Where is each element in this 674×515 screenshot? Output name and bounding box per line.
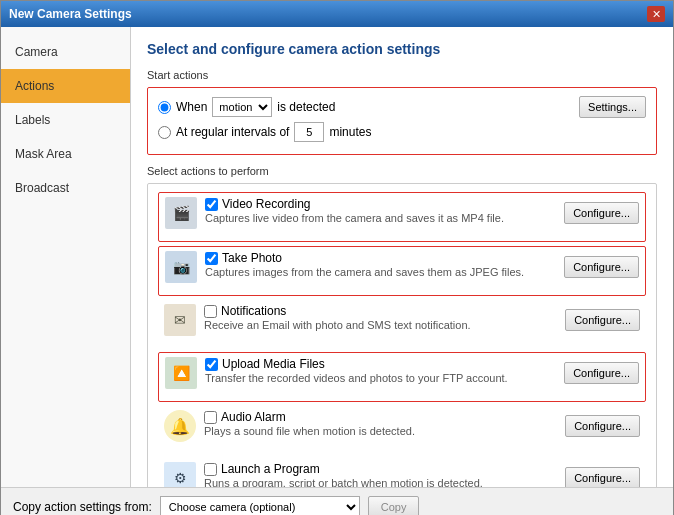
interval-radio-row: At regular intervals of minutes bbox=[158, 122, 646, 142]
notify-icon: ✉ bbox=[164, 304, 196, 336]
when-radio[interactable] bbox=[158, 101, 171, 114]
action-desc-upload: Transfer the recorded videos and photos … bbox=[205, 372, 556, 384]
action-desc-notify: Receive an Email with photo and SMS text… bbox=[204, 319, 557, 331]
main-window: New Camera Settings ✕ CameraActionsLabel… bbox=[0, 0, 674, 515]
close-button[interactable]: ✕ bbox=[647, 6, 665, 22]
configure-upload-button[interactable]: Configure... bbox=[564, 362, 639, 384]
action-desc-photo: Captures images from the camera and save… bbox=[205, 266, 556, 278]
when-radio-row: When motion is detected Settings... bbox=[158, 96, 646, 118]
launch-checkbox[interactable] bbox=[204, 463, 217, 476]
action-item-launch: ⚙ Launch a Program Runs a program, scrip… bbox=[164, 462, 640, 487]
sidebar-item-broadcast[interactable]: Broadcast bbox=[1, 171, 130, 205]
photo-checkbox[interactable] bbox=[205, 252, 218, 265]
copy-button[interactable]: Copy bbox=[368, 496, 420, 515]
action-title-alarm: Audio Alarm bbox=[204, 410, 557, 424]
notify-checkbox[interactable] bbox=[204, 305, 217, 318]
is-detected-label: is detected bbox=[277, 100, 335, 114]
copy-label: Copy action settings from: bbox=[13, 500, 152, 514]
alarm-icon: 🔔 bbox=[164, 410, 196, 442]
action-title-launch: Launch a Program bbox=[204, 462, 557, 476]
start-actions-box: When motion is detected Settings... At r… bbox=[147, 87, 657, 155]
upload-icon: 🔼 bbox=[165, 357, 197, 389]
configure-launch-button[interactable]: Configure... bbox=[565, 467, 640, 487]
configure-photo-button[interactable]: Configure... bbox=[564, 256, 639, 278]
title-bar: New Camera Settings ✕ bbox=[1, 1, 673, 27]
configure-notify-button[interactable]: Configure... bbox=[565, 309, 640, 331]
action-title-photo: Take Photo bbox=[205, 251, 556, 265]
motion-select[interactable]: motion bbox=[212, 97, 272, 117]
actions-box: 🎬 Video Recording Captures live video fr… bbox=[147, 183, 657, 487]
audio-alarm-item: 🔔 Audio Alarm Plays a sound file when mo… bbox=[158, 406, 646, 454]
at-regular-label: At regular intervals of bbox=[176, 125, 289, 139]
action-item-video: 🎬 Video Recording Captures live video fr… bbox=[165, 197, 639, 229]
sidebar-item-labels[interactable]: Labels bbox=[1, 103, 130, 137]
sidebar-item-mask-area[interactable]: Mask Area bbox=[1, 137, 130, 171]
notifications-item: ✉ Notifications Receive an Email with ph… bbox=[158, 300, 646, 348]
action-desc-video: Captures live video from the camera and … bbox=[205, 212, 556, 224]
action-item-upload: 🔼 Upload Media Files Transfer the record… bbox=[165, 357, 639, 389]
copy-row: Copy action settings from: Choose camera… bbox=[13, 496, 661, 515]
action-text-photo: Take Photo Captures images from the came… bbox=[205, 251, 556, 278]
window-body: CameraActionsLabelsMask AreaBroadcast Se… bbox=[1, 27, 673, 487]
select-actions-label: Select actions to perform bbox=[147, 165, 657, 177]
action-item-photo: 📷 Take Photo Captures images from the ca… bbox=[165, 251, 639, 283]
video-recording-item: 🎬 Video Recording Captures live video fr… bbox=[158, 192, 646, 242]
launch-program-item: ⚙ Launch a Program Runs a program, scrip… bbox=[158, 458, 646, 487]
minutes-label: minutes bbox=[329, 125, 371, 139]
action-desc-alarm: Plays a sound file when motion is detect… bbox=[204, 425, 557, 437]
upload-checkbox[interactable] bbox=[205, 358, 218, 371]
interval-radio[interactable] bbox=[158, 126, 171, 139]
action-item-notify: ✉ Notifications Receive an Email with ph… bbox=[164, 304, 640, 336]
when-label: When bbox=[176, 100, 207, 114]
interval-input[interactable] bbox=[294, 122, 324, 142]
launch-icon: ⚙ bbox=[164, 462, 196, 487]
configure-alarm-button[interactable]: Configure... bbox=[565, 415, 640, 437]
sidebar: CameraActionsLabelsMask AreaBroadcast bbox=[1, 27, 131, 487]
action-desc-launch: Runs a program, script or batch when mot… bbox=[204, 477, 557, 487]
take-photo-item: 📷 Take Photo Captures images from the ca… bbox=[158, 246, 646, 296]
action-title-notify: Notifications bbox=[204, 304, 557, 318]
settings-button[interactable]: Settings... bbox=[579, 96, 646, 118]
video-icon: 🎬 bbox=[165, 197, 197, 229]
main-content: Select and configure camera action setti… bbox=[131, 27, 673, 487]
action-text-alarm: Audio Alarm Plays a sound file when moti… bbox=[204, 410, 557, 437]
start-actions-label: Start actions bbox=[147, 69, 657, 81]
window-title: New Camera Settings bbox=[9, 7, 132, 21]
alarm-checkbox[interactable] bbox=[204, 411, 217, 424]
sidebar-item-camera[interactable]: Camera bbox=[1, 35, 130, 69]
copy-camera-select[interactable]: Choose camera (optional) bbox=[160, 496, 360, 515]
bottom-bar: Copy action settings from: Choose camera… bbox=[1, 487, 673, 515]
configure-video-button[interactable]: Configure... bbox=[564, 202, 639, 224]
action-text-launch: Launch a Program Runs a program, script … bbox=[204, 462, 557, 487]
video-checkbox[interactable] bbox=[205, 198, 218, 211]
photo-icon: 📷 bbox=[165, 251, 197, 283]
action-text-video: Video Recording Captures live video from… bbox=[205, 197, 556, 224]
action-title-upload: Upload Media Files bbox=[205, 357, 556, 371]
page-title: Select and configure camera action setti… bbox=[147, 41, 657, 57]
upload-media-item: 🔼 Upload Media Files Transfer the record… bbox=[158, 352, 646, 402]
sidebar-item-actions[interactable]: Actions bbox=[1, 69, 130, 103]
action-item-alarm: 🔔 Audio Alarm Plays a sound file when mo… bbox=[164, 410, 640, 442]
action-title-video: Video Recording bbox=[205, 197, 556, 211]
action-text-notify: Notifications Receive an Email with phot… bbox=[204, 304, 557, 331]
action-text-upload: Upload Media Files Transfer the recorded… bbox=[205, 357, 556, 384]
